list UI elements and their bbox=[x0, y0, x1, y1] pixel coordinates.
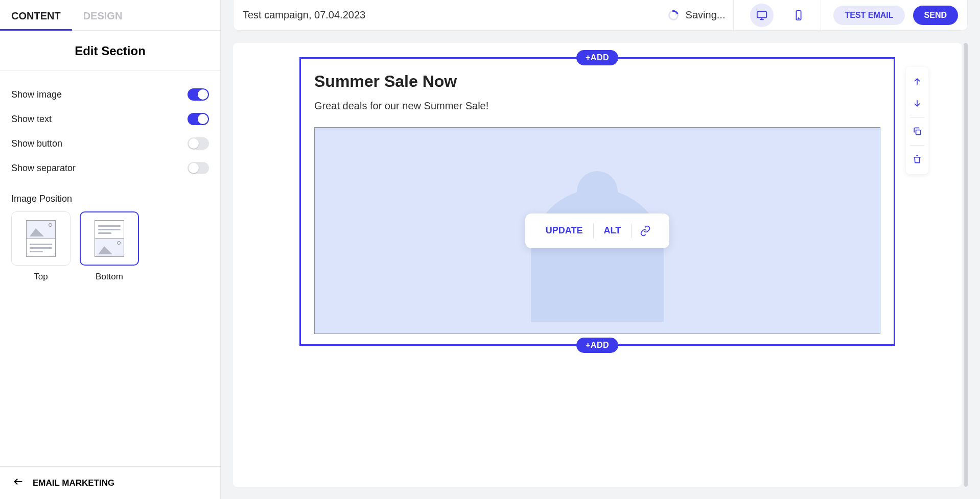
arrow-left-icon bbox=[11, 476, 26, 490]
saving-text: Saving... bbox=[686, 9, 726, 21]
toggle-show-image[interactable] bbox=[188, 88, 209, 101]
arrow-down-icon bbox=[912, 98, 922, 108]
toggle-label: Show text bbox=[11, 114, 52, 125]
sidebar-tabs: CONTENT DESIGN bbox=[0, 0, 220, 31]
image-position-top-label: Top bbox=[34, 272, 48, 282]
tab-design[interactable]: DESIGN bbox=[72, 0, 134, 30]
spinner-icon bbox=[666, 8, 680, 22]
selected-section[interactable]: +ADD Summer Sale Now Great deals for our… bbox=[299, 57, 895, 346]
toggle-show-button[interactable] bbox=[188, 137, 209, 150]
toggle-show-text[interactable] bbox=[188, 113, 209, 125]
test-email-button[interactable]: TEST EMAIL bbox=[833, 6, 904, 25]
svg-rect-0 bbox=[757, 11, 766, 17]
topbar: Test campaign, 07.04.2023 Saving... TEST… bbox=[233, 0, 968, 31]
mobile-icon bbox=[793, 10, 804, 21]
toggle-label: Show image bbox=[11, 89, 62, 100]
placeholder-body-icon bbox=[531, 189, 664, 322]
image-position-options: Top Bottom bbox=[11, 211, 209, 282]
delete-button[interactable] bbox=[908, 150, 926, 169]
email-canvas: +ADD Summer Sale Now Great deals for our… bbox=[233, 43, 962, 487]
image-alt-button[interactable]: ALT bbox=[594, 225, 632, 236]
section-title: Edit Section bbox=[0, 31, 220, 71]
toggle-row-show-image: Show image bbox=[11, 82, 209, 107]
svg-point-2 bbox=[799, 18, 800, 19]
device-desktop-button[interactable] bbox=[750, 4, 774, 27]
sidebar-panel: Show image Show text Show button Show se… bbox=[0, 71, 220, 466]
toggle-row-show-text: Show text bbox=[11, 107, 209, 131]
toggle-row-show-button: Show button bbox=[11, 131, 209, 156]
campaign-title[interactable]: Test campaign, 07.04.2023 bbox=[243, 9, 662, 21]
copy-icon bbox=[912, 126, 922, 136]
section-text[interactable]: Great deals for our new Summer Sale! bbox=[314, 100, 880, 112]
image-link-button[interactable] bbox=[632, 225, 659, 236]
tab-content[interactable]: CONTENT bbox=[0, 0, 72, 30]
toggle-row-show-separator: Show separator bbox=[11, 156, 209, 180]
image-position-top[interactable]: Top bbox=[11, 211, 71, 282]
move-down-button[interactable] bbox=[908, 93, 926, 113]
toggle-label: Show button bbox=[11, 138, 62, 149]
image-position-bottom-label: Bottom bbox=[96, 272, 123, 282]
image-position-label: Image Position bbox=[11, 180, 209, 211]
add-section-below-button[interactable]: +ADD bbox=[576, 338, 618, 353]
section-side-tools bbox=[906, 67, 928, 174]
scrollbar[interactable] bbox=[964, 43, 968, 487]
image-update-button[interactable]: UPDATE bbox=[535, 225, 593, 236]
topbar-actions: TEST EMAIL SEND bbox=[827, 6, 958, 25]
add-section-above-button[interactable]: +ADD bbox=[576, 50, 618, 65]
device-switch bbox=[740, 0, 821, 31]
section-heading[interactable]: Summer Sale Now bbox=[314, 72, 880, 91]
desktop-icon bbox=[756, 10, 767, 21]
image-position-bottom[interactable]: Bottom bbox=[80, 211, 139, 282]
link-icon bbox=[640, 225, 651, 236]
move-up-button[interactable] bbox=[908, 72, 926, 91]
toggle-label: Show separator bbox=[11, 163, 76, 174]
section-image-placeholder[interactable]: UPDATE ALT bbox=[314, 127, 880, 334]
main-area: Test campaign, 07.04.2023 Saving... TEST… bbox=[221, 0, 980, 499]
svg-rect-3 bbox=[916, 130, 921, 135]
device-mobile-button[interactable] bbox=[787, 4, 810, 27]
left-sidebar: CONTENT DESIGN Edit Section Show image S… bbox=[0, 0, 221, 499]
saving-indicator: Saving... bbox=[668, 0, 734, 31]
toggle-show-separator[interactable] bbox=[188, 162, 209, 174]
trash-icon bbox=[912, 154, 922, 164]
back-to-email-marketing[interactable]: EMAIL MARKETING bbox=[0, 466, 220, 499]
duplicate-button[interactable] bbox=[908, 122, 926, 141]
back-label: EMAIL MARKETING bbox=[33, 478, 114, 488]
canvas-scroll-area[interactable]: +ADD Summer Sale Now Great deals for our… bbox=[233, 43, 968, 487]
send-button[interactable]: SEND bbox=[913, 6, 958, 25]
arrow-up-icon bbox=[912, 77, 922, 87]
image-toolbar: UPDATE ALT bbox=[525, 213, 669, 248]
